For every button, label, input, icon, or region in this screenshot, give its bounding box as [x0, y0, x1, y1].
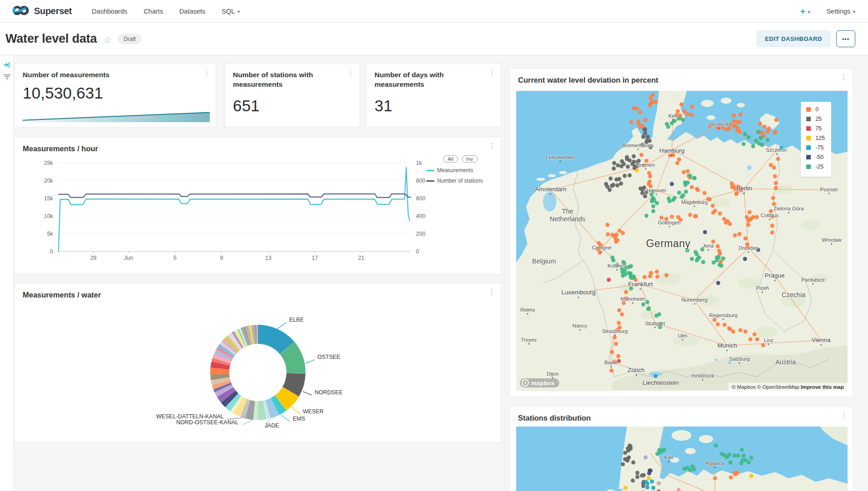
chart-title: Current water level deviation in percent — [518, 75, 658, 85]
map-label-zielona-g-ra: Zielona Góra — [774, 206, 804, 213]
legend-row-25[interactable]: 25 — [806, 116, 825, 122]
map-label-jena: Jena — [702, 243, 714, 251]
map-label-koblenz: Koblenz — [607, 263, 626, 270]
map-label-strasbourg: Strasbourg — [602, 328, 627, 336]
caret-down-icon: ▼ — [807, 10, 811, 15]
map-label-rostock: Rostock — [710, 121, 729, 129]
more-options-button[interactable]: ••• — [836, 30, 855, 47]
map-label-hanover: Hanover — [646, 188, 666, 195]
y-axis-tick-right: 1k — [416, 160, 422, 166]
mapbox-logo-icon — [522, 379, 529, 387]
map-label-austria: Austria — [765, 358, 806, 366]
legend-swatch — [426, 170, 434, 171]
y-axis-tick-left: 20k — [44, 178, 54, 184]
map-label-linz: Linz — [764, 337, 774, 345]
expand-filters-icon[interactable] — [0, 62, 14, 68]
legend-row--75[interactable]: -75 — [806, 144, 825, 151]
legend-row-0[interactable]: 0 — [806, 106, 825, 113]
y-axis-tick-left: 0 — [50, 248, 53, 255]
map-label-cologne: Cologne — [592, 245, 612, 253]
legend-swatch — [806, 126, 811, 131]
legend-label: 25 — [815, 116, 822, 122]
new-item-button[interactable]: +▼ — [800, 6, 811, 16]
donut-callout-ems: EMS — [293, 416, 305, 422]
legend-swatch — [806, 107, 811, 112]
map-label-dresden: Dresden — [739, 245, 758, 253]
donut-callout-ostsee: OSTSEE — [317, 354, 340, 360]
dashboard-header: Water level data ☆ Draft EDIT DASHBOARD … — [0, 23, 868, 55]
mapbox-logo[interactable]: mapbox — [520, 378, 559, 387]
deviation-map-card: Current water level deviation in percent… — [510, 68, 853, 397]
legend-row-75[interactable]: 75 — [806, 125, 825, 132]
legend-all-pill[interactable]: All — [443, 155, 458, 163]
legend-swatch — [806, 155, 811, 159]
kpi-card-days: Number of days with measurements ⋮ 31 — [366, 64, 501, 127]
filter-icon[interactable] — [0, 74, 14, 80]
y-axis-tick-right: 800 — [416, 178, 425, 184]
map-label-bremen: Bremen — [636, 162, 655, 170]
kpi-title: Number of days with measurements — [375, 70, 483, 89]
map-label-nuremberg: Nuremberg — [681, 297, 708, 305]
y-axis-tick-left: 15k — [44, 195, 54, 202]
legend-item-stations[interactable]: Number of stations — [426, 178, 494, 184]
map-label-prague: Prague — [765, 272, 785, 281]
chart-title: Stations distribution — [518, 413, 591, 423]
superset-logo — [12, 4, 30, 19]
deviation-map[interactable]: LeeuwardenAmsterdamThe NetherlandsBelgiu… — [516, 91, 848, 391]
map-legend: 02575125-75-50-25 — [801, 102, 831, 177]
edit-dashboard-button[interactable]: EDIT DASHBOARD — [756, 30, 831, 47]
map-label-wroc-aw: Wrocław — [822, 237, 842, 244]
improve-map-link[interactable]: Improve this map — [801, 384, 844, 390]
map-label-g-ttingen: Göttingen — [658, 219, 681, 227]
nav-dashboards[interactable]: Dashboards — [92, 8, 127, 15]
superset-brand[interactable]: Superset — [12, 4, 72, 19]
superset-dashboard: Superset Dashboards Charts Datasets SQL▼… — [0, 0, 868, 491]
kpi-title: Number of measurements — [23, 70, 109, 80]
map-label-luxembourg: Luxembourg — [562, 289, 596, 298]
map-label-belgium: Belgium — [523, 258, 564, 265]
map-label-stuttgart: Stuttgart — [645, 321, 665, 328]
map-label-z-rich: Zürich — [627, 367, 645, 376]
map-label-the-netherlands: The Netherlands — [547, 208, 588, 223]
legend-label: -50 — [815, 154, 824, 160]
legend-swatch — [806, 136, 811, 140]
stations-map[interactable]: KielRostock — [516, 427, 848, 491]
kebab-menu-icon[interactable]: ⋮ — [488, 69, 495, 76]
kebab-menu-icon[interactable]: ⋮ — [840, 74, 847, 80]
settings-menu[interactable]: Settings▼ — [827, 8, 856, 15]
x-axis-tick: 13 — [265, 255, 271, 261]
status-badge: Draft — [118, 35, 141, 44]
page-title: Water level data — [5, 32, 97, 46]
y-axis-tick-left: 10k — [44, 213, 54, 219]
legend-item-measurements[interactable]: Measurements — [426, 167, 494, 174]
map-label-basel: Basel — [604, 359, 617, 367]
nav-charts[interactable]: Charts — [143, 8, 163, 15]
x-axis-tick: 21 — [358, 255, 365, 261]
legend-inv-pill[interactable]: Inv — [462, 155, 478, 163]
legend-swatch — [806, 117, 811, 121]
donut-callout-nord-ostsee-kanal: NORD-OSTSEE-KANAL — [176, 419, 238, 426]
legend-row--50[interactable]: -50 — [806, 154, 825, 160]
y-axis-tick-right: 0 — [416, 248, 419, 255]
kebab-menu-icon[interactable]: ⋮ — [488, 289, 495, 295]
kebab-menu-icon[interactable]: ⋮ — [347, 69, 354, 76]
kebab-menu-icon[interactable]: ⋮ — [840, 412, 847, 418]
kpi-value: 651 — [233, 97, 260, 115]
legend-label: -25 — [815, 164, 824, 170]
map-label-nancy: Nancy — [572, 322, 587, 330]
legend-label: -75 — [815, 144, 824, 151]
favorite-star-icon[interactable]: ☆ — [103, 35, 112, 45]
kpi-sparkline — [23, 109, 210, 122]
kebab-menu-icon[interactable]: ⋮ — [203, 69, 210, 76]
map-label-mannheim: Mannheim — [621, 296, 645, 304]
navbar: Superset Dashboards Charts Datasets SQL▼… — [0, 0, 868, 23]
legend-row--25[interactable]: -25 — [806, 164, 825, 170]
donut-callout-elbe: ELBE — [289, 317, 304, 323]
map-labels-layer: LeeuwardenAmsterdamThe NetherlandsBelgiu… — [516, 91, 848, 391]
nav-datasets[interactable]: Datasets — [179, 8, 205, 15]
legend-label: 75 — [815, 125, 822, 132]
map-label-szczecin: Szczecin — [766, 147, 787, 154]
nav-sql[interactable]: SQL▼ — [222, 8, 241, 15]
legend-row-125[interactable]: 125 — [806, 135, 825, 141]
hour-chart-card: Measurements / hour ⋮ 25k1k20k80015k6001… — [15, 137, 501, 274]
